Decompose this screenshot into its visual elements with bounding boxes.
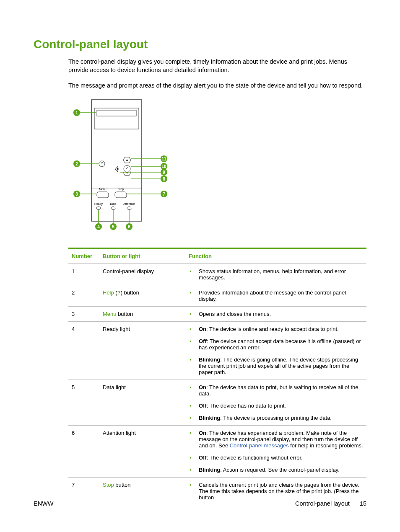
table-row: 2Help (?) buttonProvides information abo… bbox=[68, 285, 366, 306]
label-attention: Attention bbox=[123, 202, 135, 205]
label-menu: Menu bbox=[99, 188, 106, 191]
svg-text:10: 10 bbox=[161, 164, 166, 168]
cell-function: On: The device has data to print, but is… bbox=[185, 380, 366, 425]
svg-text:✓: ✓ bbox=[126, 166, 129, 170]
function-item: Off: The device cannot accept data becau… bbox=[189, 338, 363, 351]
cell-button: Control-panel display bbox=[99, 263, 185, 285]
function-item: Blinking: Action is required. See the co… bbox=[189, 467, 363, 473]
function-item: Blinking: The device is going offline. T… bbox=[189, 356, 363, 375]
svg-text:3: 3 bbox=[75, 191, 78, 196]
table-row: 1Control-panel displayShows status infor… bbox=[68, 263, 366, 285]
control-panel-table: Number Button or light Function 1Control… bbox=[68, 248, 366, 505]
cell-function: Opens and closes the menus. bbox=[185, 306, 366, 321]
intro-p2: The message and prompt areas of the disp… bbox=[68, 82, 366, 90]
table-row: 5Data lightOn: The device has data to pr… bbox=[68, 380, 366, 425]
table-row: 6Attention lightOn: The device has exper… bbox=[68, 425, 366, 477]
function-item: Off: The device has no data to print. bbox=[189, 403, 363, 409]
svg-text:9: 9 bbox=[163, 170, 165, 174]
function-item: Provides information about the message o… bbox=[189, 289, 363, 302]
label-data: Data bbox=[110, 202, 117, 205]
th-function: Function bbox=[185, 248, 366, 263]
function-item: Cancels the current print job and clears… bbox=[189, 482, 363, 501]
function-item: Blinking: The device is processing or pr… bbox=[189, 415, 363, 421]
cell-number: 2 bbox=[68, 285, 99, 306]
page-title: Control-panel layout bbox=[34, 38, 366, 51]
cell-function: Provides information about the message o… bbox=[185, 285, 366, 306]
doc-link[interactable]: Control-panel messages bbox=[230, 442, 289, 449]
cell-function: On: The device is online and ready to ac… bbox=[185, 321, 366, 380]
svg-text:11: 11 bbox=[161, 156, 166, 161]
cell-number: 4 bbox=[68, 321, 99, 380]
cell-button: Help (?) button bbox=[99, 285, 185, 306]
cell-button: Attention light bbox=[99, 425, 185, 477]
function-item: Off: The device is functioning without e… bbox=[189, 455, 363, 461]
svg-text:▼: ▼ bbox=[126, 171, 129, 174]
svg-text:2: 2 bbox=[75, 161, 78, 166]
function-item: Opens and closes the menus. bbox=[189, 311, 363, 317]
control-panel-diagram: ? ▲ ▼ ✓ ◀ Menu Stop Ready Data Attention… bbox=[68, 98, 366, 236]
cell-button: Menu button bbox=[99, 306, 185, 321]
label-ready: Ready bbox=[94, 202, 103, 206]
footer-page: 15 bbox=[360, 500, 366, 507]
diagram-svg: ? ▲ ▼ ✓ ◀ Menu Stop Ready Data Attention… bbox=[68, 98, 173, 236]
function-item: Shows status information, menus, help in… bbox=[189, 268, 363, 281]
th-button: Button or light bbox=[99, 248, 185, 263]
table-row: 3Menu buttonOpens and closes the menus. bbox=[68, 306, 366, 321]
svg-text:▲: ▲ bbox=[126, 158, 129, 161]
footer-left: ENWW bbox=[34, 500, 54, 507]
svg-rect-2 bbox=[97, 110, 136, 116]
svg-point-14 bbox=[111, 207, 115, 209]
svg-rect-12 bbox=[115, 192, 127, 198]
cell-number: 1 bbox=[68, 263, 99, 285]
cell-function: Shows status information, menus, help in… bbox=[185, 263, 366, 285]
label-stop: Stop bbox=[118, 188, 124, 191]
svg-point-13 bbox=[96, 207, 101, 209]
intro-p1: The control-panel display gives you comp… bbox=[68, 58, 366, 74]
svg-rect-11 bbox=[97, 192, 109, 198]
cell-number: 3 bbox=[68, 306, 99, 321]
th-number: Number bbox=[68, 248, 99, 263]
function-item: On: The device has data to print, but is… bbox=[189, 384, 363, 397]
cell-button: Data light bbox=[99, 380, 185, 425]
svg-text:1: 1 bbox=[75, 110, 78, 115]
svg-text:6: 6 bbox=[128, 224, 130, 229]
footer-section: Control-panel layout bbox=[295, 500, 350, 507]
cell-button: Ready light bbox=[99, 321, 185, 380]
svg-point-15 bbox=[127, 207, 131, 209]
function-item: On: The device has experienced a problem… bbox=[189, 430, 363, 449]
cell-function: On: The device has experienced a problem… bbox=[185, 425, 366, 477]
svg-text:?: ? bbox=[101, 161, 103, 165]
function-item: On: The device is online and ready to ac… bbox=[189, 326, 363, 332]
table-row: 4Ready lightOn: The device is online and… bbox=[68, 321, 366, 380]
cell-number: 6 bbox=[68, 425, 99, 477]
intro-block: The control-panel display gives you comp… bbox=[68, 58, 366, 90]
svg-text:5: 5 bbox=[112, 224, 114, 229]
svg-text:4: 4 bbox=[97, 224, 100, 229]
svg-text:7: 7 bbox=[163, 191, 165, 196]
cell-number: 5 bbox=[68, 380, 99, 425]
svg-text:8: 8 bbox=[163, 176, 165, 181]
page-footer: ENWW Control-panel layout 15 bbox=[34, 500, 366, 507]
